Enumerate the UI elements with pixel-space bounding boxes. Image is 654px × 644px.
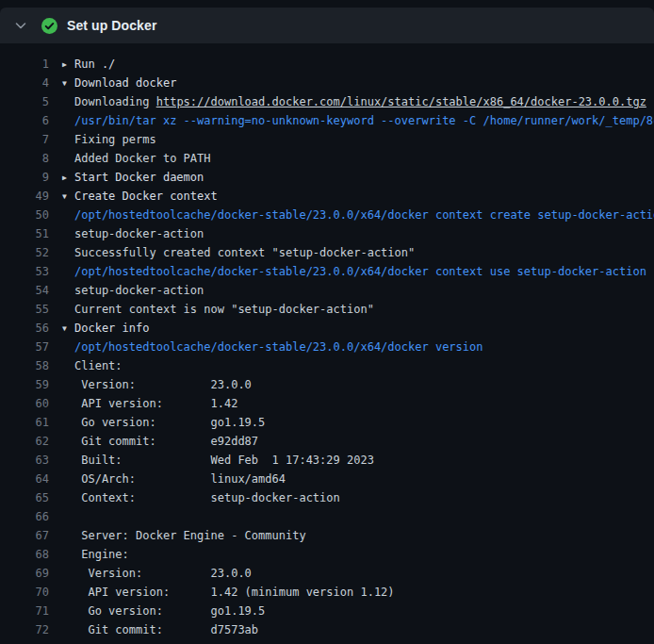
line-text: ▶Run ./ bbox=[62, 55, 115, 74]
chevron-down-icon[interactable] bbox=[13, 18, 28, 33]
line-number[interactable]: 57 bbox=[0, 338, 49, 356]
line-number[interactable]: 7 bbox=[0, 130, 49, 149]
log-area: 1▶Run ./4▼Download docker5Downloading ht… bbox=[0, 43, 654, 639]
line-text: Engine: bbox=[62, 545, 129, 564]
line-text: setup-docker-action bbox=[62, 224, 204, 243]
log-line: 69 Version: 23.0.0 bbox=[0, 564, 654, 583]
line-text: Built: Wed Feb 1 17:43:29 2023 bbox=[62, 451, 374, 470]
step-title: Set up Docker bbox=[67, 18, 156, 33]
line-number[interactable]: 68 bbox=[0, 545, 49, 564]
triangle-collapsed-icon: ▶ bbox=[62, 56, 74, 74]
line-text: Client: bbox=[62, 356, 123, 375]
log-line: 5Downloading https://download.docker.com… bbox=[0, 92, 654, 111]
log-line: 66 bbox=[0, 507, 654, 526]
line-number[interactable]: 53 bbox=[0, 262, 49, 281]
line-text: Current context is now "setup-docker-act… bbox=[62, 300, 374, 319]
line-text: Fixing perms bbox=[62, 130, 156, 149]
line-number[interactable]: 70 bbox=[0, 583, 49, 602]
actions-log-viewer: Set up Docker 1▶Run ./4▼Download docker5… bbox=[0, 0, 654, 644]
triangle-expanded-icon: ▼ bbox=[62, 188, 74, 206]
line-text: API version: 1.42 bbox=[62, 394, 237, 413]
line-text: Server: Docker Engine - Community bbox=[62, 526, 306, 545]
line-text: Context: setup-docker-action bbox=[62, 488, 340, 507]
line-text: Added Docker to PATH bbox=[62, 149, 211, 168]
line-number[interactable]: 1 bbox=[0, 55, 49, 74]
log-line[interactable]: 9▶Start Docker daemon bbox=[0, 168, 654, 187]
log-line: 57/opt/hostedtoolcache/docker-stable/23.… bbox=[0, 338, 654, 356]
line-number[interactable]: 55 bbox=[0, 300, 49, 319]
triangle-collapsed-icon: ▶ bbox=[62, 169, 74, 188]
line-number[interactable]: 4 bbox=[0, 74, 49, 92]
line-number[interactable]: 67 bbox=[0, 526, 49, 545]
triangle-expanded-icon: ▼ bbox=[62, 320, 74, 339]
log-line: 68 Engine: bbox=[0, 545, 654, 564]
log-line: 6/usr/bin/tar xz --warning=no-unknown-ke… bbox=[0, 111, 654, 130]
step-header[interactable]: Set up Docker bbox=[0, 8, 654, 43]
log-line: 71 Go version: go1.19.5 bbox=[0, 602, 654, 620]
line-text: ▼Download docker bbox=[62, 74, 176, 92]
line-number[interactable]: 63 bbox=[0, 451, 49, 470]
download-url-link[interactable]: https://download.docker.com/linux/static… bbox=[156, 95, 646, 108]
line-text: API version: 1.42 (minimum version 1.12) bbox=[62, 583, 395, 602]
log-line: 59 Version: 23.0.0 bbox=[0, 375, 654, 394]
line-number[interactable]: 50 bbox=[0, 206, 49, 224]
line-text: Version: 23.0.0 bbox=[62, 375, 252, 394]
log-line: 67 Server: Docker Engine - Community bbox=[0, 526, 654, 545]
line-text: /usr/bin/tar xz --warning=no-unknown-key… bbox=[62, 111, 654, 130]
line-text: Go version: go1.19.5 bbox=[62, 602, 265, 620]
line-number[interactable]: 61 bbox=[0, 413, 49, 432]
line-text: ▼Docker info bbox=[62, 319, 149, 338]
log-line: 72 Git commit: d7573ab bbox=[0, 620, 654, 639]
line-text bbox=[62, 507, 74, 526]
line-text: Git commit: e92dd87 bbox=[62, 432, 258, 451]
line-number[interactable]: 56 bbox=[0, 319, 49, 338]
log-line: 51setup-docker-action bbox=[0, 224, 654, 243]
line-text: /opt/hostedtoolcache/docker-stable/23.0.… bbox=[62, 262, 646, 281]
line-number[interactable]: 72 bbox=[0, 620, 49, 639]
log-line: 54setup-docker-action bbox=[0, 281, 654, 300]
line-text: setup-docker-action bbox=[62, 281, 204, 300]
line-text: Successfully created context "setup-dock… bbox=[62, 243, 415, 262]
line-number[interactable]: 54 bbox=[0, 281, 49, 300]
line-number[interactable]: 8 bbox=[0, 149, 49, 168]
line-number[interactable]: 49 bbox=[0, 187, 49, 206]
line-text: Go version: go1.19.5 bbox=[62, 413, 265, 432]
log-line: 58Client: bbox=[0, 356, 654, 375]
line-text: /opt/hostedtoolcache/docker-stable/23.0.… bbox=[62, 206, 654, 224]
log-line: 8Added Docker to PATH bbox=[0, 149, 654, 168]
log-line[interactable]: 1▶Run ./ bbox=[0, 55, 654, 74]
line-number[interactable]: 6 bbox=[0, 111, 49, 130]
line-number[interactable]: 9 bbox=[0, 168, 49, 187]
line-number[interactable]: 64 bbox=[0, 470, 49, 488]
log-line: 64 OS/Arch: linux/amd64 bbox=[0, 470, 654, 488]
line-number[interactable]: 65 bbox=[0, 488, 49, 507]
line-text: /opt/hostedtoolcache/docker-stable/23.0.… bbox=[62, 338, 482, 356]
log-line: 53/opt/hostedtoolcache/docker-stable/23.… bbox=[0, 262, 654, 281]
log-line[interactable]: 56▼Docker info bbox=[0, 319, 654, 338]
line-number[interactable]: 59 bbox=[0, 375, 49, 394]
line-number[interactable]: 58 bbox=[0, 356, 49, 375]
log-line: 65 Context: setup-docker-action bbox=[0, 488, 654, 507]
line-number[interactable]: 52 bbox=[0, 243, 49, 262]
line-number[interactable]: 51 bbox=[0, 224, 49, 243]
log-line: 52Successfully created context "setup-do… bbox=[0, 243, 654, 262]
line-number[interactable]: 66 bbox=[0, 507, 49, 526]
log-line: 7Fixing perms bbox=[0, 130, 654, 149]
log-line: 62 Git commit: e92dd87 bbox=[0, 432, 654, 451]
line-number[interactable]: 69 bbox=[0, 564, 49, 583]
log-line[interactable]: 4▼Download docker bbox=[0, 74, 654, 92]
check-circle-icon bbox=[41, 18, 57, 34]
line-number[interactable]: 71 bbox=[0, 602, 49, 620]
line-number[interactable]: 60 bbox=[0, 394, 49, 413]
triangle-expanded-icon: ▼ bbox=[62, 74, 74, 93]
line-text: ▶Start Docker daemon bbox=[62, 168, 204, 187]
line-text: ▼Create Docker context bbox=[62, 187, 218, 206]
line-number[interactable]: 62 bbox=[0, 432, 49, 451]
log-line: 50/opt/hostedtoolcache/docker-stable/23.… bbox=[0, 206, 654, 224]
log-line: 60 API version: 1.42 bbox=[0, 394, 654, 413]
log-line: 55Current context is now "setup-docker-a… bbox=[0, 300, 654, 319]
log-line[interactable]: 49▼Create Docker context bbox=[0, 187, 654, 206]
line-number[interactable]: 5 bbox=[0, 92, 49, 111]
line-text: Downloading https://download.docker.com/… bbox=[62, 92, 646, 111]
log-line: 63 Built: Wed Feb 1 17:43:29 2023 bbox=[0, 451, 654, 470]
